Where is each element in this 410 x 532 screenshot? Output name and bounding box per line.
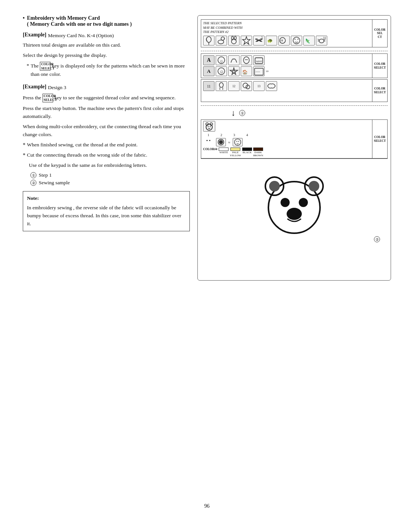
step-nums-row: 1 2 3 4 xyxy=(203,133,370,137)
pattern-icon-5: 5 xyxy=(253,36,265,46)
para1: Thirteen total designs are available on … xyxy=(23,41,190,49)
mid-panel-1-left: A ☺ save xyxy=(201,54,372,78)
mid-panel-2-color-select-btn[interactable]: COLORSELECT xyxy=(372,80,387,102)
svg-point-23 xyxy=(243,57,249,64)
svg-text:🐢: 🐢 xyxy=(267,38,273,43)
step-header-left: 1 2 3 4 • • xyxy=(201,120,372,158)
svg-point-0 xyxy=(207,37,211,42)
pattern-icon-4 xyxy=(241,36,252,46)
keypad-note: Use of the keypad is the same as for emb… xyxy=(29,162,190,169)
mid-icon-e2: ---- xyxy=(253,66,265,76)
swatch-dark-brown-box xyxy=(253,148,263,151)
star-bullet2: * xyxy=(23,151,25,159)
top-panel: THE SELECTED PATTERN MAY BE COMBINED WIT… xyxy=(201,19,388,47)
step2-circle: ② xyxy=(30,180,36,186)
mid-icon-4 xyxy=(241,55,252,65)
swatch-white-box xyxy=(219,148,229,151)
swatch-dark-brown: DARKBROWN xyxy=(253,148,263,157)
step-n-1: 1 xyxy=(203,133,214,137)
title-block: • Embroidery with Memory Card ( Memory C… xyxy=(23,15,190,27)
swatch-white: WHITE xyxy=(219,148,229,154)
star-note: * xyxy=(27,62,29,69)
mid-panel-2-left: 11 12 13 xyxy=(201,80,372,102)
step-header-color-select-btn[interactable]: COLORSELECT xyxy=(372,120,387,158)
step-icon-2 xyxy=(216,138,226,146)
swatch-black-box xyxy=(242,148,252,151)
selected-pattern-text: THE SELECTED PATTERN MAY BE COMBINED WIT… xyxy=(203,21,370,35)
svg-text:☺: ☺ xyxy=(219,59,223,63)
svg-point-13 xyxy=(293,37,300,44)
example1-block: [Example] Memory Card No. K-4 (Option) T… xyxy=(23,32,190,78)
pattern-icon-10: 10 xyxy=(316,36,327,46)
svg-point-53 xyxy=(309,181,319,191)
step1-label: Step 1 xyxy=(39,172,52,178)
step-header-row: 1 2 3 4 • • xyxy=(201,120,387,159)
example2-text: Design 3 xyxy=(48,84,66,92)
pattern-icon-8 xyxy=(291,36,302,46)
mid-icon-c2 xyxy=(228,66,240,76)
svg-line-16 xyxy=(318,39,319,40)
svg-text:save: save xyxy=(256,59,262,63)
pattern-icon-7 xyxy=(278,36,290,46)
mid-icon-a: A xyxy=(203,55,214,65)
svg-point-42 xyxy=(210,126,211,127)
swatch-pale-yellow: PALEYELLOW xyxy=(230,148,241,157)
pattern-icon-1 xyxy=(203,36,214,46)
circle2-label: ② xyxy=(374,236,380,242)
mid2-icon-3: 12 xyxy=(228,81,240,91)
step-icons-seq: • • ≈ xyxy=(203,138,370,146)
dots-icon: • • xyxy=(203,138,214,146)
para2: Select the design by pressing the displa… xyxy=(23,52,190,60)
mid-icon-b2: ☺ xyxy=(216,66,227,76)
example1-text: Memory Card No. K-4 (Option) xyxy=(48,32,114,40)
svg-text:🏠: 🏠 xyxy=(242,69,248,75)
mid-panel-2: 11 12 13 xyxy=(201,79,388,102)
color-select-key-inline: COLORSELECT xyxy=(40,62,50,71)
page-number: 96 xyxy=(23,492,391,509)
svg-marker-7 xyxy=(243,37,250,44)
step2-item: ② Sewing sample xyxy=(30,180,190,186)
bullet1: * When finished sewing, cut the thread a… xyxy=(23,141,190,149)
key-note-text: The COLORSELECT key is displayed only fo… xyxy=(31,62,190,78)
svg-point-45 xyxy=(234,139,241,146)
step-se-icon: ≈ xyxy=(228,138,230,146)
mid-panel-1: A ☺ save xyxy=(201,53,388,78)
main-title-line1: Embroidery with Memory Card xyxy=(27,15,132,21)
mid2-icon-4 xyxy=(241,81,252,91)
mid-icon-num: 10 xyxy=(266,66,268,76)
step-panel-top-row xyxy=(203,121,370,132)
bottom-step-panel: 1 2 3 4 • • xyxy=(201,119,388,159)
step1-item: ① Step 1 xyxy=(30,172,190,178)
dashed-divider-1 xyxy=(201,51,388,51)
step-n-2: 2 xyxy=(216,133,227,137)
svg-point-50 xyxy=(299,198,308,207)
svg-text:🦎: 🦎 xyxy=(305,38,311,44)
dashed-divider-2 xyxy=(201,105,388,106)
step1-circle: ① xyxy=(30,172,36,178)
mid-icon-d2: 🏠 xyxy=(241,66,252,76)
example2-label: [Example] xyxy=(23,84,46,90)
swatch-black: BLACK xyxy=(242,148,252,154)
mid-panel-1-color-select-btn[interactable]: COLORSELECT xyxy=(372,54,387,78)
step2-label: Sewing sample xyxy=(39,180,70,186)
svg-text:10: 10 xyxy=(323,36,326,40)
mid-panel-2-icons: 11 12 13 xyxy=(203,81,370,91)
bullet1-text: When finished sewing, cut the thread at … xyxy=(27,141,137,149)
mid-panel-1-icons-row2: A ☺ 🏠 ---- xyxy=(203,66,370,76)
svg-marker-29 xyxy=(230,68,238,75)
mid2-icon-2 xyxy=(216,81,227,91)
top-panel-color-select-btn[interactable]: COLORSELCT xyxy=(372,20,387,47)
page: • Embroidery with Memory Card ( Memory C… xyxy=(0,0,410,532)
step-bear-icon xyxy=(203,121,215,132)
note-title: Note: xyxy=(27,195,186,202)
mid-icon-5: save xyxy=(253,55,265,65)
bullet-icon: • xyxy=(23,15,25,21)
svg-point-36 xyxy=(243,83,248,88)
mid2-icon-5: 13 xyxy=(253,81,265,91)
circle1-label: ① xyxy=(239,110,245,116)
pattern-icon-3 xyxy=(228,36,240,46)
pattern-icon-9: 🦎 xyxy=(303,36,315,46)
left-column: • Embroidery with Memory Card ( Memory C… xyxy=(23,15,190,231)
svg-point-51 xyxy=(287,208,302,220)
color-select-key-para3: COLORSELECT xyxy=(43,94,53,103)
